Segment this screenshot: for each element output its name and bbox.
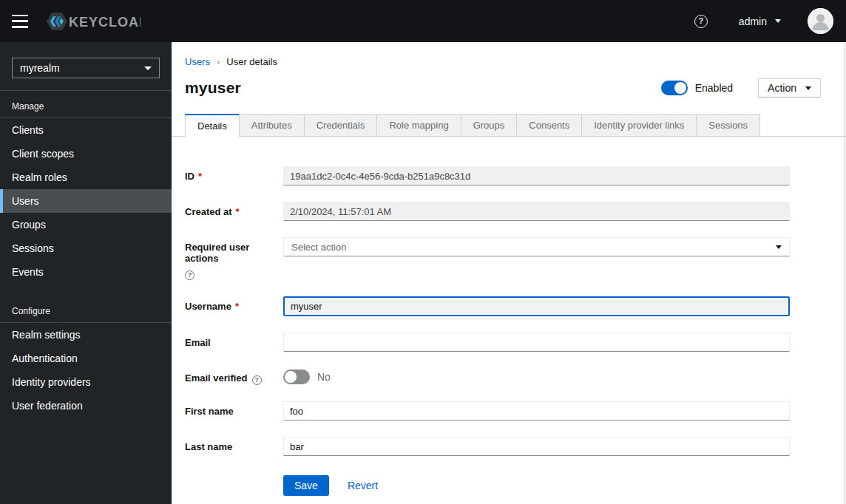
form-row-required-user-actions: Required user actions Select action — [185, 237, 790, 280]
sidebar-section-manage: Manage Clients Client scopes Realm roles… — [0, 91, 172, 284]
last-name-label: Last name — [185, 437, 283, 452]
tab-sessions[interactable]: Sessions — [696, 114, 760, 137]
form-row-id: ID* — [185, 166, 790, 185]
required-user-actions-select[interactable]: Select action — [283, 237, 790, 256]
form-row-first-name: First name — [185, 401, 790, 420]
form-row-email: Email — [185, 333, 790, 352]
id-label: ID* — [185, 166, 283, 182]
required-user-actions-placeholder: Select action — [291, 242, 346, 253]
breadcrumb-current: User details — [226, 56, 277, 67]
chevron-down-icon — [144, 67, 152, 70]
chevron-down-icon — [775, 19, 781, 23]
sidebar-item-events[interactable]: Events — [0, 260, 172, 284]
action-dropdown-button[interactable]: Action — [758, 78, 821, 98]
sidebar: myrealm Manage Clients Client scopes Rea… — [0, 42, 172, 504]
keycloak-logo-icon: KEYCLOAK — [44, 10, 141, 33]
realm-selector-value: myrealm — [20, 62, 60, 74]
created-at-field[interactable] — [283, 202, 790, 221]
tab-groups[interactable]: Groups — [461, 114, 518, 137]
breadcrumb: Users › User details — [185, 56, 846, 67]
sidebar-item-sessions[interactable]: Sessions — [0, 236, 172, 260]
avatar[interactable] — [808, 8, 833, 34]
page-title: myuser — [185, 79, 241, 97]
sidebar-section-title: Configure — [0, 284, 172, 323]
id-field[interactable] — [283, 166, 790, 185]
revert-link[interactable]: Revert — [348, 480, 378, 491]
tab-credentials[interactable]: Credentials — [304, 114, 378, 137]
help-icon[interactable] — [694, 15, 708, 28]
form-row-username: Username* — [185, 296, 790, 316]
chevron-down-icon — [776, 245, 782, 249]
sidebar-item-realm-roles[interactable]: Realm roles — [0, 166, 172, 189]
email-verified-state: No — [317, 371, 331, 383]
breadcrumb-link-users[interactable]: Users — [185, 56, 210, 67]
required-marker: * — [235, 301, 239, 312]
tab-details[interactable]: Details — [185, 114, 240, 137]
username-label: Username* — [185, 296, 283, 312]
tab-bar: Details Attributes Credentials Role mapp… — [185, 114, 846, 137]
main-content: Users › User details myuser Enabled Acti… — [172, 42, 846, 504]
email-field[interactable] — [283, 333, 790, 352]
hamburger-menu-icon[interactable] — [12, 15, 30, 28]
sidebar-item-realm-settings[interactable]: Realm settings — [0, 323, 172, 347]
sidebar-item-user-federation[interactable]: User federation — [0, 394, 172, 418]
user-menu[interactable]: admin — [739, 16, 781, 27]
breadcrumb-separator-icon: › — [217, 56, 220, 67]
created-at-label: Created at* — [185, 202, 283, 217]
tab-attributes[interactable]: Attributes — [239, 114, 305, 137]
enabled-toggle-label: Enabled — [695, 82, 733, 94]
action-dropdown-label: Action — [768, 82, 796, 94]
enabled-toggle[interactable] — [661, 81, 688, 95]
first-name-field[interactable] — [283, 401, 790, 420]
tab-role-mapping[interactable]: Role mapping — [376, 114, 461, 137]
form-row-email-verified: Email verified No — [185, 368, 790, 385]
email-label: Email — [185, 333, 283, 348]
form-row-last-name: Last name — [185, 437, 790, 456]
sidebar-item-authentication[interactable]: Authentication — [0, 347, 172, 370]
help-icon[interactable] — [252, 375, 262, 385]
tab-identity-provider-links[interactable]: Identity provider links — [581, 114, 697, 137]
masthead: KEYCLOAK admin — [0, 0, 846, 42]
required-marker: * — [236, 206, 240, 217]
keycloak-logo: KEYCLOAK — [44, 10, 141, 33]
form-row-created-at: Created at* — [185, 202, 790, 221]
user-details-form: ID* Created at* Required user actions — [185, 166, 846, 496]
required-user-actions-label: Required user actions — [185, 237, 283, 280]
sidebar-section-configure: Configure Realm settings Authentication … — [0, 284, 172, 418]
sidebar-item-client-scopes[interactable]: Client scopes — [0, 142, 172, 166]
keycloak-logo-text: KEYCLOAK — [69, 15, 141, 30]
help-icon[interactable] — [185, 270, 194, 280]
sidebar-section-title: Manage — [0, 91, 172, 118]
last-name-field[interactable] — [283, 437, 790, 456]
sidebar-item-identity-providers[interactable]: Identity providers — [0, 370, 172, 394]
email-verified-label: Email verified — [185, 368, 283, 385]
user-menu-label: admin — [739, 16, 767, 27]
realm-selector[interactable]: myrealm — [12, 58, 160, 78]
first-name-label: First name — [185, 401, 283, 417]
chevron-down-icon — [805, 86, 811, 90]
sidebar-item-groups[interactable]: Groups — [0, 213, 172, 236]
tab-consents[interactable]: Consents — [516, 114, 582, 137]
sidebar-item-users[interactable]: Users — [0, 189, 172, 213]
required-marker: * — [198, 171, 202, 182]
sidebar-item-clients[interactable]: Clients — [0, 118, 172, 142]
avatar-icon — [808, 8, 833, 34]
username-field[interactable] — [283, 296, 790, 316]
save-button[interactable]: Save — [283, 475, 329, 496]
form-actions: Save Revert — [283, 475, 790, 496]
email-verified-toggle[interactable] — [283, 370, 310, 384]
